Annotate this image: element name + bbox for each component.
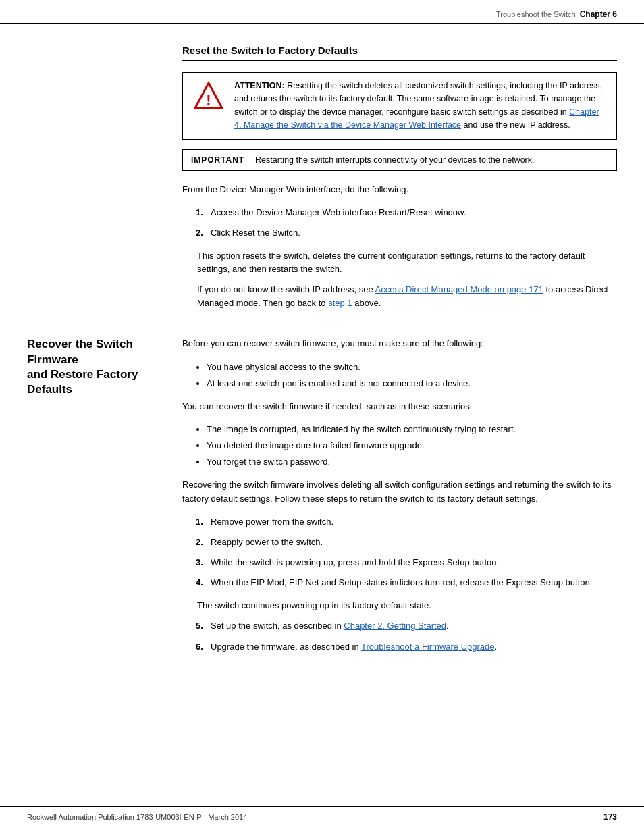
step2-sub2: If you do not know the switch IP address…: [197, 283, 617, 310]
footer-page-number: 173: [603, 812, 617, 822]
scenario-3: You forget the switch password.: [207, 455, 617, 469]
recover-section: Recover the Switch Firmware and Restore …: [27, 337, 617, 662]
prereq-2: At least one switch port is enabled and …: [207, 377, 617, 390]
important-box: IMPORTANT Restarting the switch interrup…: [182, 149, 617, 171]
recover-title-line2: and Restore Factory Defaults: [27, 368, 138, 396]
recover-step-6: 6. Upgrade the firmware, as described in…: [196, 640, 617, 654]
attention-text-content: ATTENTION: Resetting the switch deletes …: [234, 80, 608, 132]
step2-sub2-suffix: above.: [352, 298, 381, 308]
prereq-1: You have physical access to the switch.: [207, 361, 617, 374]
recover-step1-num: 1.: [196, 515, 211, 529]
recover-title-line1: Recover the Switch Firmware: [27, 338, 133, 365]
header-section-label: Troubleshoot the Switch: [496, 10, 576, 18]
recover-step6-suffix: .: [495, 642, 498, 652]
attention-label: ATTENTION:: [234, 81, 285, 90]
footer-publication: Rockwell Automation Publication 1783-UM0…: [27, 813, 247, 821]
step4-sub: The switch continues powering up in its …: [197, 599, 617, 613]
recover-section-title: Recover the Switch Firmware and Restore …: [27, 337, 169, 396]
recover-body: Recovering the switch firmware involves …: [182, 478, 617, 505]
reset-steps-list: 1. Access the Device Manager Web interfa…: [196, 206, 617, 240]
recover-step6-link[interactable]: Troubleshoot a Firmware Upgrade: [361, 642, 495, 652]
important-text: Restarting the switch interrupts connect…: [255, 155, 534, 165]
recover-step6-num: 6.: [196, 640, 211, 654]
recover-step6-content: Upgrade the firmware, as described in Tr…: [211, 640, 617, 654]
attention-box: ! ATTENTION: Resetting the switch delete…: [182, 72, 617, 140]
recover-step1-text: Remove power from the switch.: [211, 515, 617, 529]
recover-section-right: Before you can recover switch firmware, …: [182, 337, 617, 662]
recover-step5-num: 5.: [196, 619, 211, 633]
recover-step3-num: 3.: [196, 556, 211, 569]
recover-scenarios-list: The image is corrupted, as indicated by …: [207, 423, 617, 469]
recover-step5-suffix: .: [446, 621, 449, 631]
recover-scenarios-intro: You can recover the switch firmware if n…: [182, 400, 617, 413]
recover-step2-num: 2.: [196, 536, 211, 549]
page-header: Troubleshoot the Switch Chapter 6: [0, 0, 644, 24]
recover-step5-content: Set up the switch, as described in Chapt…: [211, 619, 617, 633]
recover-step4-text: When the EIP Mod, EIP Net and Setup stat…: [211, 576, 617, 590]
recover-step6-text: Upgrade the firmware, as described in: [211, 642, 361, 652]
scenario-2: You deleted the image due to a failed fi…: [207, 439, 617, 452]
recover-step5-link[interactable]: Chapter 2, Getting Started: [344, 621, 446, 631]
page-container: Troubleshoot the Switch Chapter 6 Reset …: [0, 0, 644, 834]
reset-intro: From the Device Manager Web interface, d…: [182, 183, 617, 197]
step1-text: Access the Device Manager Web interface …: [211, 206, 617, 219]
step2-sub1: This option resets the switch, deletes t…: [197, 249, 617, 276]
recover-prereqs-list: You have physical access to the switch. …: [207, 361, 617, 390]
step2-text: Click Reset the Switch.: [211, 226, 617, 240]
content-area: Reset the Switch to Factory Defaults ! A…: [0, 24, 644, 704]
recover-step3-text: While the switch is powering up, press a…: [211, 556, 617, 569]
page-footer: Rockwell Automation Publication 1783-UM0…: [0, 806, 644, 822]
reset-step-1: 1. Access the Device Manager Web interfa…: [196, 206, 617, 219]
step2-sub2-prefix: If you do not know the switch IP address…: [197, 284, 375, 294]
recover-steps-list: 1. Remove power from the switch. 2. Reap…: [196, 515, 617, 590]
header-chapter-label: Chapter 6: [580, 9, 617, 19]
recover-step-1: 1. Remove power from the switch.: [196, 515, 617, 529]
step2-sub2-link2[interactable]: step 1: [328, 298, 352, 308]
step2-sub2-link1[interactable]: Access Direct Managed Mode on page 171: [375, 284, 543, 294]
attention-link1-suffix: and use the new IP address.: [464, 120, 570, 130]
step2-num: 2.: [196, 226, 211, 240]
recover-step-5: 5. Set up the switch, as described in Ch…: [196, 619, 617, 633]
reset-section: Reset the Switch to Factory Defaults ! A…: [182, 45, 617, 317]
scenario-1: The image is corrupted, as indicated by …: [207, 423, 617, 436]
recover-section-left: Recover the Switch Firmware and Restore …: [27, 337, 182, 662]
recover-step-4: 4. When the EIP Mod, EIP Net and Setup s…: [196, 576, 617, 590]
attention-body: Resetting the switch deletes all customi…: [234, 81, 602, 117]
recover-step-2: 2. Reapply power to the switch.: [196, 536, 617, 549]
recover-step5-text: Set up the switch, as described in: [211, 621, 344, 631]
svg-text:!: !: [206, 91, 211, 108]
warning-icon: !: [191, 80, 226, 111]
reset-section-title: Reset the Switch to Factory Defaults: [182, 45, 617, 61]
recover-step4-num: 4.: [196, 576, 211, 590]
recover-steps-5-6: 5. Set up the switch, as described in Ch…: [196, 619, 617, 653]
recover-step2-text: Reapply power to the switch.: [211, 536, 617, 549]
important-label: IMPORTANT: [191, 155, 244, 165]
recover-step-3: 3. While the switch is powering up, pres…: [196, 556, 617, 569]
recover-intro: Before you can recover switch firmware, …: [182, 337, 617, 350]
reset-step-2: 2. Click Reset the Switch.: [196, 226, 617, 240]
step1-num: 1.: [196, 206, 211, 219]
